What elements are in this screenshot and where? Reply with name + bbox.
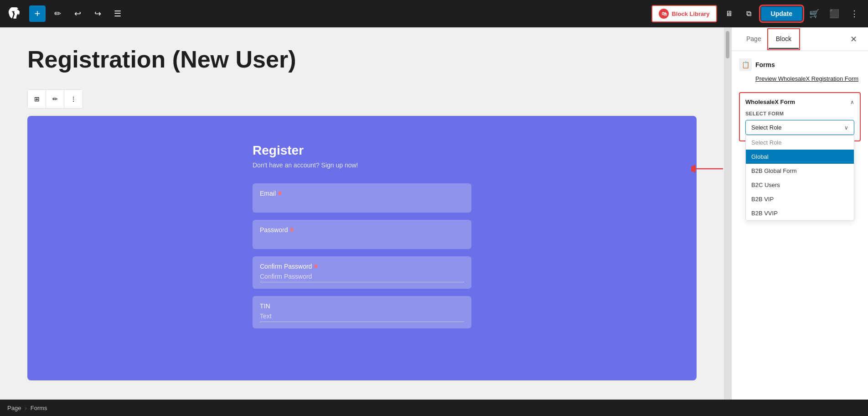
update-button[interactable]: Update	[761, 6, 802, 21]
form-container: Register Don't have an account? Sign up …	[253, 143, 471, 328]
forms-preview-link[interactable]: Preview WholesaleX Registration Form	[755, 75, 861, 83]
confirm-password-placeholder: Confirm Password	[260, 273, 464, 282]
sidebar-toggle-button[interactable]: ⬛	[826, 5, 842, 22]
redo-button[interactable]: ↪	[89, 5, 106, 22]
block-library-label: Block Library	[672, 10, 709, 17]
registration-form-block: Register Don't have an account? Sign up …	[27, 116, 697, 380]
forms-title: Forms	[755, 61, 775, 68]
sidebar-content: 📋 Forms Preview WholesaleX Registration …	[732, 51, 868, 416]
plugins-button[interactable]: 🛒	[806, 5, 822, 22]
block-edit-button[interactable]: ✏	[46, 90, 64, 108]
chevron-up-icon[interactable]: ∧	[850, 99, 854, 105]
password-field[interactable]: Password ✱	[253, 220, 471, 249]
page-title: Registration (New User)	[27, 46, 697, 73]
select-role-value: Select Role	[751, 124, 781, 131]
more-options-button[interactable]: ⋮	[846, 5, 863, 22]
list-view-button[interactable]: ☰	[109, 5, 126, 22]
confirm-required: ✱	[314, 263, 318, 270]
list-view-icon: ☰	[114, 9, 121, 19]
external-link-icon: ⧉	[746, 10, 751, 18]
block-library-button[interactable]: 🛍 Block Library	[651, 5, 717, 22]
tin-label: TIN	[260, 302, 464, 310]
edit-icon: ✏	[52, 95, 58, 103]
page-title-area: Registration (New User)	[0, 27, 724, 89]
undo-button[interactable]: ↩	[69, 5, 86, 22]
wp-logo[interactable]	[5, 5, 24, 23]
forms-icon: 📋	[739, 58, 752, 71]
add-block-button[interactable]: +	[29, 5, 46, 22]
main-layout: Registration (New User) ⊞ ✏ ⋮ Register D…	[0, 27, 868, 416]
form-title: Register	[253, 143, 471, 158]
breadcrumb-separator: ›	[25, 405, 26, 411]
wholesalex-header: WholesaleX Form ∧	[745, 99, 854, 105]
editor-scrollbar[interactable]	[724, 27, 731, 416]
tab-page[interactable]: Page	[739, 30, 769, 49]
tin-field[interactable]: TIN Text	[253, 296, 471, 328]
form-subtitle: Don't have an account? Sign up now!	[253, 161, 471, 169]
desktop-view-button[interactable]: 🖥	[721, 5, 737, 22]
dropdown-item-b2b-vvip[interactable]: B2B VVIP	[746, 206, 854, 220]
role-dropdown-menu: Select Role Global B2B Global Form B2C U…	[745, 135, 854, 221]
email-field[interactable]: Email ✱	[253, 183, 471, 213]
block-toolbar: ⊞ ✏ ⋮	[27, 89, 83, 109]
dropdown-item-b2b-vip[interactable]: B2B VIP	[746, 192, 854, 206]
scroll-thumb[interactable]	[726, 31, 729, 58]
breadcrumb-forms: Forms	[31, 405, 47, 411]
confirm-password-label: Confirm Password ✱	[260, 263, 464, 270]
pencil-icon: ✏	[54, 9, 61, 19]
password-required: ✱	[289, 227, 294, 233]
wholesalex-title: WholesaleX Form	[745, 99, 795, 105]
block-more-button[interactable]: ⋮	[64, 90, 83, 108]
top-toolbar: + ✏ ↩ ↪ ☰ 🛍 Block Library 🖥 ⧉ Update 🛒 ⬛…	[0, 0, 868, 27]
close-sidebar-button[interactable]: ✕	[846, 32, 861, 47]
wholesalex-form-section: WholesaleX Form ∧ SELECT FORM Select Rol…	[739, 92, 861, 141]
sidebar-header: Page Block ✕	[732, 27, 868, 51]
forms-header: 📋 Forms	[739, 58, 861, 71]
close-icon: ✕	[850, 34, 857, 44]
more-icon: ⋮	[70, 95, 77, 103]
select-form-label: SELECT FORM	[745, 111, 854, 116]
cart-icon: 🛒	[809, 9, 819, 19]
dropdown-item-select-role[interactable]: Select Role	[746, 135, 854, 150]
dropdown-item-b2c-users[interactable]: B2C Users	[746, 178, 854, 192]
editor-area: Registration (New User) ⊞ ✏ ⋮ Register D…	[0, 27, 724, 416]
tab-block[interactable]: Block	[769, 30, 799, 49]
password-label: Password ✱	[260, 226, 464, 234]
select-chevron-icon: ∨	[844, 125, 848, 131]
breadcrumb: Page › Forms	[0, 400, 868, 416]
sidebar-toggle-icon: ⬛	[829, 9, 839, 19]
email-label: Email ✱	[260, 190, 464, 197]
dropdown-item-b2b-global[interactable]: B2B Global Form	[746, 164, 854, 178]
email-required: ✱	[278, 190, 282, 197]
grid-icon: ⊞	[34, 95, 40, 103]
redo-icon: ↪	[94, 9, 101, 19]
tin-placeholder: Text	[260, 312, 464, 322]
block-library-icon: 🛍	[659, 9, 669, 19]
desktop-icon: 🖥	[725, 10, 733, 18]
undo-icon: ↩	[74, 9, 81, 19]
external-link-button[interactable]: ⧉	[741, 5, 757, 22]
block-grid-button[interactable]: ⊞	[28, 90, 46, 108]
select-role-wrapper: Select Role ∨ Select Role Global B2B Glo…	[745, 120, 854, 135]
select-role-field[interactable]: Select Role ∨	[745, 120, 854, 135]
confirm-password-field[interactable]: Confirm Password ✱ Confirm Password	[253, 256, 471, 289]
edit-mode-button[interactable]: ✏	[49, 5, 66, 22]
right-sidebar: Page Block ✕ 📋 Forms Preview WholesaleX …	[731, 27, 868, 416]
more-options-icon: ⋮	[850, 9, 858, 19]
breadcrumb-page[interactable]: Page	[7, 405, 21, 411]
dropdown-item-global[interactable]: Global	[746, 150, 854, 164]
